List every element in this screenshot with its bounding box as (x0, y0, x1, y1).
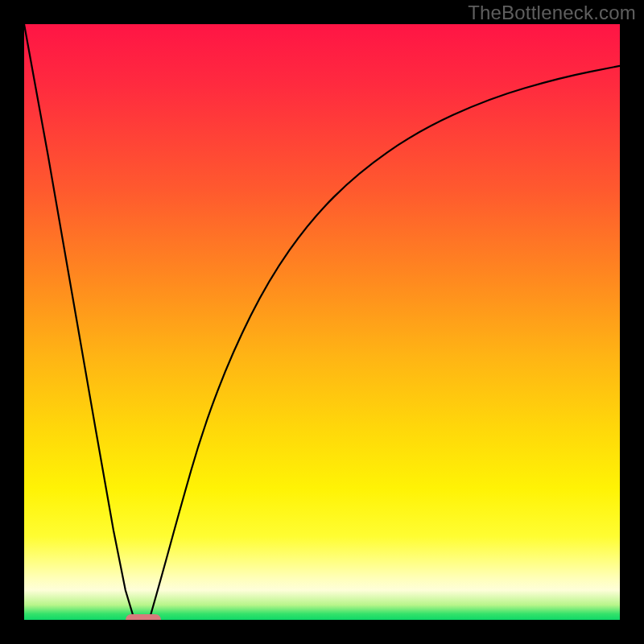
plot-area (24, 24, 620, 620)
right-branch-path (149, 66, 620, 620)
curve-svg (24, 24, 620, 620)
watermark-text: TheBottleneck.com (468, 2, 636, 24)
chart-frame: TheBottleneck.com (0, 0, 644, 644)
plot-outer (24, 24, 620, 620)
bottleneck-marker (126, 614, 161, 620)
left-branch-path (24, 24, 134, 620)
